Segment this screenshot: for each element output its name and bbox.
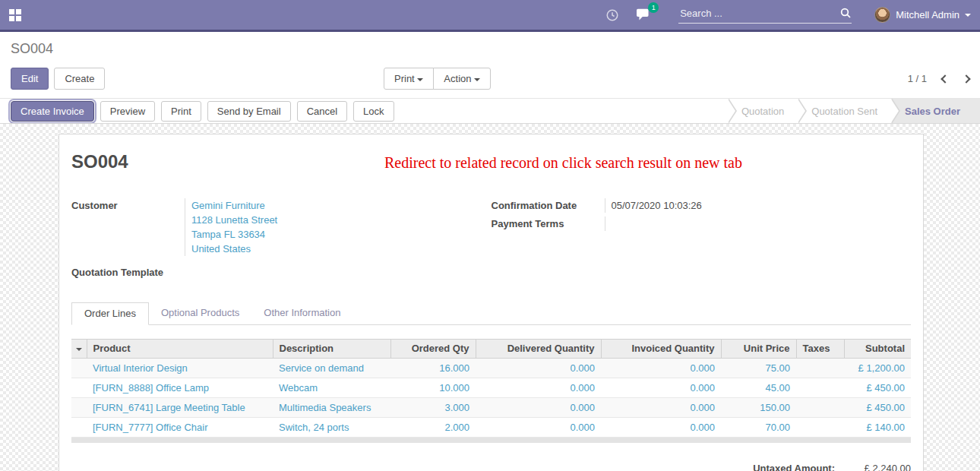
step-quotation-sent[interactable]: Quotation Sent <box>798 99 891 124</box>
confirmation-date-value: 05/07/2020 10:03:26 <box>605 198 912 213</box>
caret-down-icon <box>474 78 480 81</box>
action-dropdown-button[interactable]: Action <box>433 68 491 90</box>
cell-delivered-qty: 0.000 <box>476 359 601 378</box>
col-unit-price[interactable]: Unit Price <box>721 340 796 359</box>
cell-unit-price: 150.00 <box>721 398 796 418</box>
customer-link[interactable]: Gemini Furniture <box>191 198 492 213</box>
customer-address-line: Tampa FL 33634 <box>191 227 492 242</box>
notebook-tabs: Order Lines Optional Products Other Info… <box>71 302 911 325</box>
col-product[interactable]: Product <box>87 340 273 359</box>
pager-previous-icon[interactable] <box>940 74 949 83</box>
breadcrumb: SO004 <box>11 40 969 57</box>
annotation-text: Redirect to related record on click sear… <box>384 154 742 172</box>
cell-product: [FURN_6741] Large Meeting Table <box>87 398 273 418</box>
print-dropdown-button[interactable]: Print <box>384 68 434 90</box>
cell-subtotal: £ 450.00 <box>844 398 911 418</box>
table-footer-strip <box>71 438 911 443</box>
sales-order-sheet: SO004 Redirect to related record on clic… <box>58 134 924 471</box>
status-bar: Create Invoice Preview Print Send by Ema… <box>0 98 980 124</box>
cell-invoiced-qty: 0.000 <box>601 359 721 378</box>
cell-description: Service on demand <box>273 359 390 378</box>
global-search <box>678 7 852 24</box>
customer-address-line: 1128 Lunetta Street <box>191 213 492 227</box>
untaxed-amount-label: Untaxed Amount: <box>753 463 835 471</box>
col-taxes[interactable]: Taxes <box>796 340 844 359</box>
quotation-template-label: Quotation Template <box>71 265 185 280</box>
cell-ordered-qty: 3.000 <box>390 398 476 418</box>
col-subtotal[interactable]: Subtotal <box>844 340 911 359</box>
cell-product: Virtual Interior Design <box>87 359 273 378</box>
preview-button[interactable]: Preview <box>100 101 155 122</box>
order-line-row[interactable]: [FURN_6741] Large Meeting Table Multimed… <box>71 398 911 418</box>
tab-order-lines[interactable]: Order Lines <box>71 302 149 325</box>
payment-terms-label: Payment Terms <box>492 217 605 231</box>
cell-delivered-qty: 0.000 <box>476 378 601 398</box>
cell-description: Switch, 24 ports <box>273 418 390 438</box>
col-delivered-quantity[interactable]: Delivered Quantity <box>476 340 601 359</box>
caret-down-icon <box>965 14 971 17</box>
form-view-background: SO004 Redirect to related record on clic… <box>0 124 980 471</box>
col-invoiced-quantity[interactable]: Invoiced Quantity <box>601 340 721 359</box>
payment-terms-value <box>605 217 912 231</box>
left-field-group: Customer Gemini Furniture 1128 Lunetta S… <box>71 198 492 280</box>
cell-ordered-qty: 10.000 <box>390 378 476 398</box>
col-description[interactable]: Description <box>273 340 390 359</box>
cell-taxes <box>796 378 844 398</box>
step-sales-order[interactable]: Sales Order <box>891 99 980 124</box>
step-quotation[interactable]: Quotation <box>728 99 798 124</box>
order-line-row[interactable]: [FURN_7777] Office Chair Switch, 24 port… <box>71 418 911 438</box>
cell-delivered-qty: 0.000 <box>476 398 601 418</box>
action-button-group: Print Action <box>384 68 491 90</box>
print-button[interactable]: Print <box>161 101 201 122</box>
order-line-row[interactable]: Virtual Interior Design Service on deman… <box>71 359 911 378</box>
search-input[interactable] <box>678 7 839 20</box>
tab-optional-products[interactable]: Optional Products <box>149 302 251 325</box>
edit-button[interactable]: Edit <box>11 68 49 90</box>
tab-other-information[interactable]: Other Information <box>251 302 352 325</box>
cell-subtotal: £ 140.00 <box>844 418 911 438</box>
cell-description: Multimedia Speakers <box>273 398 390 418</box>
sort-caret-icon <box>76 348 82 351</box>
column-options-toggle[interactable] <box>71 340 87 359</box>
top-navbar: 1 Mitchell Admin <box>0 0 980 32</box>
right-field-group: Confirmation Date 05/07/2020 10:03:26 Pa… <box>492 198 912 280</box>
control-panel: SO004 Edit Create Print Action 1 / 1 <box>0 32 980 98</box>
table-header-row: Product Description Ordered Qty Delivere… <box>71 340 911 359</box>
cell-invoiced-qty: 0.000 <box>601 418 721 438</box>
apps-menu-icon[interactable] <box>9 9 21 21</box>
order-line-row[interactable]: [FURN_8888] Office Lamp Webcam 10.000 0.… <box>71 378 911 398</box>
cell-invoiced-qty: 0.000 <box>601 378 721 398</box>
send-by-email-button[interactable]: Send by Email <box>207 101 291 122</box>
pager-value: 1 / 1 <box>908 73 927 84</box>
create-invoice-button[interactable]: Create Invoice <box>11 101 94 122</box>
order-lines-table: Product Description Ordered Qty Delivere… <box>71 339 911 438</box>
activities-clock-icon[interactable] <box>605 8 619 22</box>
create-button[interactable]: Create <box>54 68 105 90</box>
cell-taxes <box>796 359 844 378</box>
cell-subtotal: £ 1,200.00 <box>844 359 911 378</box>
untaxed-amount-value: £ 2,240.00 <box>835 463 911 471</box>
col-ordered-qty[interactable]: Ordered Qty <box>390 340 476 359</box>
search-icon[interactable] <box>839 7 852 19</box>
cell-unit-price: 45.00 <box>721 378 796 398</box>
cell-unit-price: 75.00 <box>721 359 796 378</box>
cancel-button[interactable]: Cancel <box>297 101 347 122</box>
step-divider <box>726 99 728 124</box>
confirmation-date-label: Confirmation Date <box>492 198 605 213</box>
user-name: Mitchell Admin <box>896 9 959 21</box>
cell-description: Webcam <box>273 378 390 398</box>
messages-icon[interactable]: 1 <box>636 8 652 22</box>
cell-unit-price: 70.00 <box>721 418 796 438</box>
customer-address-line: United States <box>191 242 492 256</box>
quotation-template-value <box>185 265 492 280</box>
caret-down-icon <box>417 78 423 81</box>
cell-delivered-qty: 0.000 <box>476 418 601 438</box>
cell-taxes <box>796 418 844 438</box>
user-menu[interactable]: Mitchell Admin <box>864 7 971 23</box>
cell-subtotal: £ 450.00 <box>844 378 911 398</box>
pager-next-icon[interactable] <box>962 74 970 83</box>
totals-row: Untaxed Amount: £ 2,240.00 <box>71 463 911 471</box>
customer-label: Customer <box>71 198 185 256</box>
lock-button[interactable]: Lock <box>353 101 394 122</box>
cell-ordered-qty: 16.000 <box>390 359 476 378</box>
